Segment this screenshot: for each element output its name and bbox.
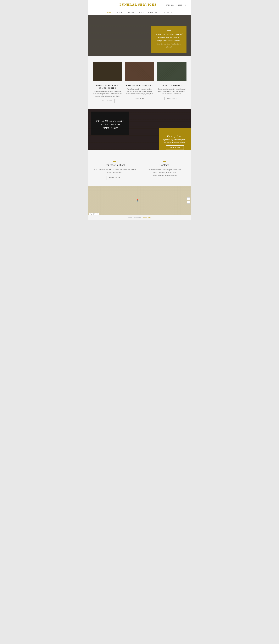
callback-area: Request a Callback Let us know what you … — [93, 162, 137, 180]
nav-about[interactable]: ABOUT — [117, 12, 124, 13]
services-grid: What to do when someone dies When someon… — [93, 62, 187, 103]
help-heading: We're here to help in the time of your n… — [96, 119, 125, 130]
service-image-1 — [93, 62, 122, 81]
service-card-wishes: Funeral Wishes The service that respects… — [157, 62, 187, 103]
service-card-products: Products & Services We offer a selection… — [125, 62, 154, 103]
nav-pages[interactable]: PAGES — [128, 12, 134, 13]
service-title-1: What to do when someone dies — [93, 84, 122, 89]
copyright: Funeral Services © 2015. — [128, 217, 143, 218]
callback-divider — [113, 162, 116, 162]
contacts-tel: Tel: 800-3345-6789, 800-2345-6790 — [143, 171, 187, 174]
nav-contacts[interactable]: CONTACTS — [162, 12, 172, 13]
read-more-button-3[interactable]: READ MORE — [165, 97, 179, 100]
nav-blog[interactable]: BLOG — [139, 12, 144, 13]
hero-text: We have an extensive range of products a… — [155, 32, 183, 49]
contacts-hours: 7 Days a week from 9:00 am to 7:00 pm — [143, 174, 187, 177]
service-title-2: Products & Services — [125, 84, 154, 87]
nav-gallery[interactable]: GALLERY — [148, 12, 157, 13]
contacts-title: Contacts — [143, 164, 187, 166]
service-desc-2: We offer a selection of quality coffins,… — [125, 88, 154, 95]
service-divider-2 — [138, 83, 141, 83]
map-zoom-out[interactable]: − — [187, 201, 190, 204]
hero-divider — [167, 30, 171, 30]
contacts-info: 28 Jackson Blvd Ste 1020 Chicago IL 6060… — [143, 168, 187, 177]
service-card-what-to-do: What to do when someone dies When someon… — [93, 62, 122, 103]
service-divider-3 — [170, 83, 174, 83]
hero-text-box: We have an extensive range of products a… — [151, 26, 187, 53]
service-image-2 — [125, 62, 154, 81]
contacts-area: Contacts 28 Jackson Blvd Ste 1020 Chicag… — [143, 162, 187, 180]
enquiry-title: Enquiry form — [162, 135, 187, 138]
map-pin: 📍 — [136, 199, 139, 202]
contacts-divider — [163, 162, 166, 162]
enquiry-desc: If you have any questions regarding our … — [162, 139, 187, 144]
privacy-policy-link[interactable]: Privacy Policy — [143, 217, 151, 218]
header: Funeral Services Call us: 800-2345-6789 — [88, 0, 191, 10]
service-image-3 — [157, 62, 187, 81]
service-desc-3: The service that respects your wishes an… — [157, 88, 187, 95]
help-banner: We're here to help in the time of your n… — [88, 108, 191, 150]
service-divider-1 — [105, 83, 109, 83]
callback-desc: Let us know what you are looking for and… — [93, 168, 137, 174]
service-desc-1: When someone passes away, there are a nu… — [93, 90, 122, 98]
hero-section: We have an extensive range of products a… — [88, 15, 191, 56]
service-title-3: Funeral Wishes — [157, 84, 187, 87]
map-section: 📍 + − Map Satellite — [88, 186, 191, 215]
footer: Funeral Services © 2015. Privacy Policy — [88, 215, 191, 220]
help-text-box: We're here to help in the time of your n… — [91, 112, 129, 135]
phone: Call us: 800-2345-6789 — [166, 4, 187, 6]
read-more-button-1[interactable]: READ MORE — [100, 99, 114, 103]
enquiry-button[interactable]: CLICK HERE — [166, 146, 184, 150]
main-nav: HOME ABOUT PAGES BLOG GALLERY CONTACTS — [88, 10, 191, 15]
map-tab[interactable]: Map — [89, 213, 93, 215]
title-decoration — [135, 7, 141, 7]
read-more-button-2[interactable]: READ MORE — [132, 97, 147, 100]
callback-title: Request a Callback — [93, 164, 137, 166]
callback-contacts-section: Request a Callback Let us know what you … — [88, 150, 191, 186]
map-zoom-in[interactable]: + — [187, 198, 190, 200]
services-section: What to do when someone dies When someon… — [88, 56, 191, 108]
site-title: Funeral Services — [119, 3, 156, 6]
nav-home[interactable]: HOME — [107, 12, 113, 13]
map-controls: + − — [187, 198, 190, 204]
contacts-address: 28 Jackson Blvd Ste 1020 Chicago IL 6060… — [143, 168, 187, 171]
callback-button[interactable]: CLICK HERE — [106, 176, 123, 180]
enquiry-box: Enquiry form If you have any questions r… — [159, 128, 191, 150]
satellite-tab[interactable]: Satellite — [93, 213, 99, 215]
enquiry-divider — [173, 133, 177, 133]
